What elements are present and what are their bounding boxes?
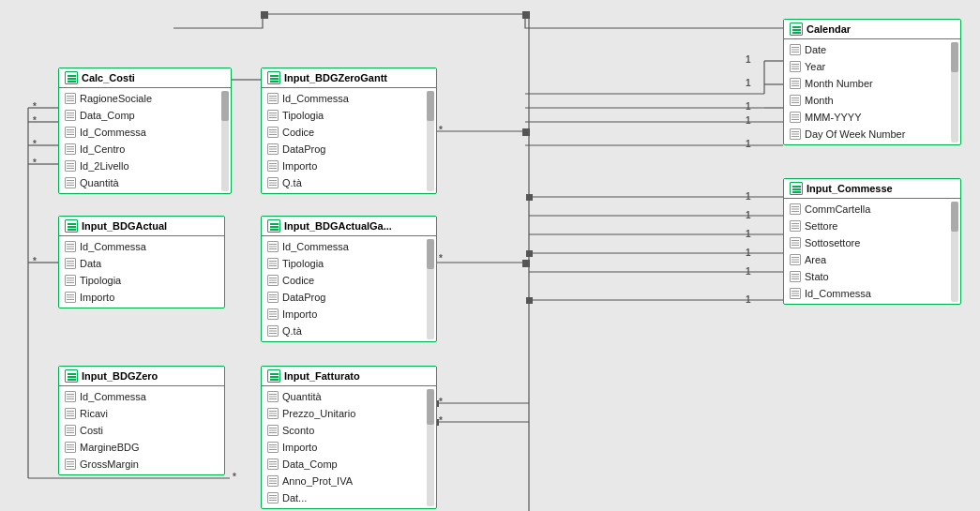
field-icon xyxy=(790,220,801,232)
field-sottosettore: Sottosettore xyxy=(784,234,947,251)
table-input-fatturato-title: Input_Fatturato xyxy=(284,370,360,382)
field-icon xyxy=(790,237,801,248)
field-raginoesociale: RagioneSociale xyxy=(59,90,218,107)
field-icon xyxy=(267,425,279,436)
table-calc-costi-icon xyxy=(65,71,78,84)
field-icon xyxy=(790,128,801,140)
scrollbar-calendar[interactable] xyxy=(951,42,958,143)
field-dat-ellipsis: Dat... xyxy=(262,489,423,506)
table-calc-costi-body: RagioneSociale Data_Comp Id_Commessa Id_… xyxy=(59,88,231,193)
label-1-year: 1 xyxy=(746,78,751,88)
field-icon xyxy=(65,127,76,138)
svg-rect-30 xyxy=(526,250,533,257)
field-ricavi: Ricavi xyxy=(59,405,224,422)
field-icon xyxy=(65,143,76,155)
field-codice: Codice xyxy=(262,272,423,289)
field-quantita: Quantità xyxy=(59,174,218,191)
label-1-commesse2: 1 xyxy=(746,210,751,220)
field-tipologia: Tipologia xyxy=(262,255,423,272)
scrollbar-bdgactualga[interactable] xyxy=(427,239,434,339)
field-id-commessa: Id_Commessa xyxy=(262,90,423,107)
field-marginebdg: MargineBDG xyxy=(59,439,224,456)
field-costi: Costi xyxy=(59,422,224,439)
field-area: Area xyxy=(784,251,947,268)
field-data-comp: Data_Comp xyxy=(262,456,423,473)
field-icon xyxy=(267,458,279,470)
field-mmm-yyyy: MMM-YYYY xyxy=(784,109,947,126)
field-icon xyxy=(65,258,76,269)
field-day-of-week: Day Of Week Number xyxy=(784,126,947,143)
field-prezzo-unitario: Prezzo_Unitario xyxy=(262,405,423,422)
table-input-bdgzero: Input_BDGZero Id_Commessa Ricavi Costi M… xyxy=(58,366,225,475)
field-dataprog: DataProg xyxy=(262,289,423,306)
field-icon xyxy=(267,127,279,138)
label-1-mmm: 1 xyxy=(746,139,751,149)
field-icon xyxy=(267,241,279,252)
field-icon xyxy=(65,442,76,453)
field-icon xyxy=(65,110,76,121)
svg-rect-31 xyxy=(526,297,533,304)
field-importo: Importo xyxy=(262,158,423,174)
field-icon xyxy=(267,160,279,172)
table-input-fatturato-header: Input_Fatturato xyxy=(262,367,436,386)
label-star-bdgzero: * xyxy=(439,125,443,135)
field-data-comp: Data_Comp xyxy=(59,107,218,124)
scrollbar-calc-costi[interactable] xyxy=(221,91,229,191)
svg-rect-2 xyxy=(522,11,530,19)
table-input-fatturato: Input_Fatturato Quantità Prezzo_Unitario… xyxy=(261,366,437,509)
field-icon xyxy=(790,203,801,215)
label-1-commesse3: 1 xyxy=(746,229,751,239)
table-input-bdgactualga-body: Id_Commessa Tipologia Codice DataProg Im… xyxy=(262,236,436,341)
field-id-commessa2: Id_Commessa xyxy=(784,285,947,302)
field-qta: Q.tà xyxy=(262,323,423,339)
diagram-canvas: 1 1 1 1 1 1 1 1 1 1 1 * * * * * * * * * … xyxy=(0,0,980,511)
scrollbar-commesse[interactable] xyxy=(951,202,958,302)
table-input-bdgactualga-icon xyxy=(267,219,280,233)
field-icon xyxy=(65,391,76,402)
field-icon xyxy=(65,292,76,303)
field-codice: Codice xyxy=(262,124,423,141)
field-icon xyxy=(65,93,76,104)
svg-rect-1 xyxy=(261,11,268,19)
scrollbar-fatturato[interactable] xyxy=(427,389,434,506)
field-icon xyxy=(65,177,76,188)
field-icon xyxy=(267,275,279,286)
label-star-fatturato1: * xyxy=(439,397,443,407)
field-icon xyxy=(790,61,801,72)
field-icon xyxy=(790,254,801,265)
table-calendar: Calendar Date Year Month Number Month MM… xyxy=(783,19,961,145)
field-anno-prot-iva: Anno_Prot_IVA xyxy=(262,473,423,489)
table-input-fatturato-icon xyxy=(267,369,280,383)
svg-rect-29 xyxy=(526,194,533,201)
field-tipologia: Tipologia xyxy=(262,107,423,124)
table-input-bdgzerogan-header: Input_BDGZeroGantt xyxy=(262,68,436,88)
field-data: Data xyxy=(59,255,224,272)
table-input-bdgzero-icon xyxy=(65,369,78,383)
field-icon xyxy=(65,425,76,436)
field-icon xyxy=(267,442,279,453)
table-calendar-title: Calendar xyxy=(807,23,851,35)
field-icon xyxy=(65,458,76,470)
field-icon xyxy=(790,271,801,282)
field-tipologia: Tipologia xyxy=(59,272,224,289)
label-star-bdgactual: * xyxy=(439,253,443,263)
label-1-date: 1 xyxy=(746,54,751,65)
table-input-fatturato-body: Quantità Prezzo_Unitario Sconto Importo … xyxy=(262,386,436,508)
scrollbar-bdgzerogan[interactable] xyxy=(427,91,434,191)
field-month-number: Month Number xyxy=(784,75,947,92)
table-input-bdgzero-body: Id_Commessa Ricavi Costi MargineBDG Gros… xyxy=(59,386,224,474)
label-star-left4: * xyxy=(33,158,37,168)
table-input-bdgactualga-header: Input_BDGActualGa... xyxy=(262,217,436,236)
label-star-bottom: * xyxy=(233,472,236,482)
field-icon xyxy=(65,160,76,172)
table-calc-costi-header: Calc_Costi xyxy=(59,68,231,88)
field-icon xyxy=(65,241,76,252)
table-input-commesse-body: CommCartella Settore Sottosettore Area S… xyxy=(784,199,960,304)
field-stato: Stato xyxy=(784,268,947,285)
label-star-left1: * xyxy=(33,101,37,112)
field-id-commessa: Id_Commessa xyxy=(59,238,224,255)
table-calc-costi: Calc_Costi RagioneSociale Data_Comp Id_C… xyxy=(58,68,232,194)
field-icon xyxy=(65,275,76,286)
field-month: Month xyxy=(784,92,947,109)
table-input-bdgzero-title: Input_BDGZero xyxy=(82,370,158,382)
